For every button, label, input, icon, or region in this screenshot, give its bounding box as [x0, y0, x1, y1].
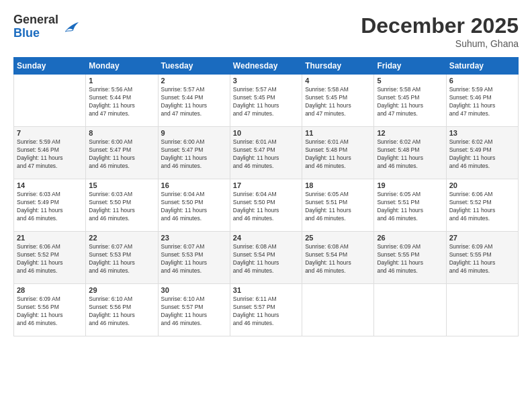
calendar-cell: 6Sunrise: 5:59 AM Sunset: 5:46 PM Daylig…: [446, 75, 518, 127]
day-number: 12: [377, 129, 443, 137]
day-number: 9: [161, 129, 227, 137]
day-number: 21: [17, 234, 83, 242]
day-number: 25: [305, 234, 371, 242]
calendar-cell: 29Sunrise: 6:10 AM Sunset: 5:56 PM Dayli…: [86, 284, 158, 336]
day-number: 27: [449, 234, 515, 242]
calendar-day-header: Monday: [86, 58, 158, 75]
calendar-day-header: Thursday: [302, 58, 374, 75]
calendar-cell: 5Sunrise: 5:58 AM Sunset: 5:45 PM Daylig…: [374, 75, 446, 127]
day-info: Sunrise: 6:08 AM Sunset: 5:54 PM Dayligh…: [233, 243, 299, 275]
day-info: Sunrise: 6:11 AM Sunset: 5:57 PM Dayligh…: [233, 295, 299, 328]
calendar-cell: 21Sunrise: 6:06 AM Sunset: 5:52 PM Dayli…: [14, 232, 86, 284]
calendar-table: SundayMondayTuesdayWednesdayThursdayFrid…: [13, 57, 519, 336]
calendar-cell: [302, 284, 374, 336]
day-info: Sunrise: 6:02 AM Sunset: 5:49 PM Dayligh…: [449, 138, 515, 171]
calendar-cell: 25Sunrise: 6:08 AM Sunset: 5:54 PM Dayli…: [302, 232, 374, 284]
calendar-cell: 15Sunrise: 6:03 AM Sunset: 5:50 PM Dayli…: [86, 179, 158, 232]
calendar-cell: 11Sunrise: 6:01 AM Sunset: 5:48 PM Dayli…: [302, 127, 374, 179]
day-info: Sunrise: 6:02 AM Sunset: 5:48 PM Dayligh…: [377, 138, 443, 171]
day-info: Sunrise: 5:57 AM Sunset: 5:45 PM Dayligh…: [233, 86, 299, 118]
day-info: Sunrise: 5:57 AM Sunset: 5:44 PM Dayligh…: [161, 86, 227, 118]
day-number: 3: [233, 77, 299, 85]
calendar-cell: 18Sunrise: 6:05 AM Sunset: 5:51 PM Dayli…: [302, 179, 374, 232]
header: General Blue December 2025 Suhum, Ghana: [13, 13, 519, 49]
calendar-cell: 31Sunrise: 6:11 AM Sunset: 5:57 PM Dayli…: [230, 284, 302, 336]
day-number: 15: [89, 181, 154, 189]
day-info: Sunrise: 6:07 AM Sunset: 5:53 PM Dayligh…: [89, 243, 154, 275]
calendar-day-header: Tuesday: [158, 58, 230, 75]
day-number: 28: [17, 286, 83, 294]
day-number: 10: [233, 129, 299, 137]
calendar-cell: 17Sunrise: 6:04 AM Sunset: 5:50 PM Dayli…: [230, 179, 302, 232]
day-number: 2: [161, 77, 227, 85]
calendar-cell: 24Sunrise: 6:08 AM Sunset: 5:54 PM Dayli…: [230, 232, 302, 284]
calendar-cell: 22Sunrise: 6:07 AM Sunset: 5:53 PM Dayli…: [86, 232, 158, 284]
calendar-day-header: Sunday: [14, 58, 86, 75]
logo: General Blue: [13, 13, 80, 40]
calendar-cell: 30Sunrise: 6:10 AM Sunset: 5:57 PM Dayli…: [158, 284, 230, 336]
day-info: Sunrise: 6:01 AM Sunset: 5:47 PM Dayligh…: [233, 138, 299, 171]
day-info: Sunrise: 5:59 AM Sunset: 5:46 PM Dayligh…: [449, 86, 515, 118]
day-number: 24: [233, 234, 299, 242]
calendar-week-row: 1Sunrise: 5:56 AM Sunset: 5:44 PM Daylig…: [14, 75, 519, 127]
day-info: Sunrise: 6:01 AM Sunset: 5:48 PM Dayligh…: [305, 138, 371, 171]
day-number: 7: [17, 129, 83, 137]
day-info: Sunrise: 6:09 AM Sunset: 5:56 PM Dayligh…: [17, 295, 83, 328]
day-info: Sunrise: 6:05 AM Sunset: 5:51 PM Dayligh…: [377, 191, 443, 223]
day-number: 19: [377, 181, 443, 189]
day-number: 20: [449, 181, 515, 189]
day-info: Sunrise: 6:07 AM Sunset: 5:53 PM Dayligh…: [161, 243, 227, 275]
calendar-cell: [374, 284, 446, 336]
day-number: 8: [89, 129, 154, 137]
logo-bird-icon: [60, 17, 80, 37]
calendar-cell: [446, 284, 518, 336]
day-info: Sunrise: 6:04 AM Sunset: 5:50 PM Dayligh…: [161, 191, 227, 223]
page: General Blue December 2025 Suhum, Ghana …: [0, 0, 532, 411]
day-info: Sunrise: 5:58 AM Sunset: 5:45 PM Dayligh…: [377, 86, 443, 118]
day-number: 4: [305, 77, 371, 85]
day-number: 5: [377, 77, 443, 85]
day-info: Sunrise: 5:56 AM Sunset: 5:44 PM Dayligh…: [89, 86, 154, 118]
calendar-cell: 13Sunrise: 6:02 AM Sunset: 5:49 PM Dayli…: [446, 127, 518, 179]
title-block: December 2025 Suhum, Ghana: [361, 13, 519, 49]
day-info: Sunrise: 6:09 AM Sunset: 5:55 PM Dayligh…: [377, 243, 443, 275]
day-info: Sunrise: 6:06 AM Sunset: 5:52 PM Dayligh…: [449, 191, 515, 223]
calendar-cell: 19Sunrise: 6:05 AM Sunset: 5:51 PM Dayli…: [374, 179, 446, 232]
day-info: Sunrise: 6:03 AM Sunset: 5:49 PM Dayligh…: [17, 191, 83, 223]
day-info: Sunrise: 5:59 AM Sunset: 5:46 PM Dayligh…: [17, 138, 83, 171]
day-number: 11: [305, 129, 371, 137]
day-info: Sunrise: 6:00 AM Sunset: 5:47 PM Dayligh…: [161, 138, 227, 171]
day-number: 16: [161, 181, 227, 189]
calendar-cell: 20Sunrise: 6:06 AM Sunset: 5:52 PM Dayli…: [446, 179, 518, 232]
day-info: Sunrise: 6:05 AM Sunset: 5:51 PM Dayligh…: [305, 191, 371, 223]
calendar-cell: 4Sunrise: 5:58 AM Sunset: 5:45 PM Daylig…: [302, 75, 374, 127]
calendar-cell: 14Sunrise: 6:03 AM Sunset: 5:49 PM Dayli…: [14, 179, 86, 232]
day-number: 18: [305, 181, 371, 189]
calendar-cell: 8Sunrise: 6:00 AM Sunset: 5:47 PM Daylig…: [86, 127, 158, 179]
day-info: Sunrise: 6:04 AM Sunset: 5:50 PM Dayligh…: [233, 191, 299, 223]
logo-text: General Blue: [13, 13, 58, 40]
day-info: Sunrise: 6:06 AM Sunset: 5:52 PM Dayligh…: [17, 243, 83, 275]
day-number: 26: [377, 234, 443, 242]
day-info: Sunrise: 6:10 AM Sunset: 5:57 PM Dayligh…: [161, 295, 227, 328]
day-info: Sunrise: 6:10 AM Sunset: 5:56 PM Dayligh…: [89, 295, 154, 328]
day-number: 6: [449, 77, 515, 85]
calendar-cell: 1Sunrise: 5:56 AM Sunset: 5:44 PM Daylig…: [86, 75, 158, 127]
calendar-cell: 28Sunrise: 6:09 AM Sunset: 5:56 PM Dayli…: [14, 284, 86, 336]
day-number: 23: [161, 234, 227, 242]
calendar-cell: 7Sunrise: 5:59 AM Sunset: 5:46 PM Daylig…: [14, 127, 86, 179]
calendar-cell: 12Sunrise: 6:02 AM Sunset: 5:48 PM Dayli…: [374, 127, 446, 179]
calendar-cell: 26Sunrise: 6:09 AM Sunset: 5:55 PM Dayli…: [374, 232, 446, 284]
calendar-day-header: Wednesday: [230, 58, 302, 75]
calendar-day-header: Friday: [374, 58, 446, 75]
day-number: 31: [233, 286, 299, 294]
calendar-cell: 3Sunrise: 5:57 AM Sunset: 5:45 PM Daylig…: [230, 75, 302, 127]
day-info: Sunrise: 6:03 AM Sunset: 5:50 PM Dayligh…: [89, 191, 154, 223]
calendar-cell: 9Sunrise: 6:00 AM Sunset: 5:47 PM Daylig…: [158, 127, 230, 179]
calendar-day-header: Saturday: [446, 58, 518, 75]
day-info: Sunrise: 5:58 AM Sunset: 5:45 PM Dayligh…: [305, 86, 371, 118]
day-info: Sunrise: 6:00 AM Sunset: 5:47 PM Dayligh…: [89, 138, 154, 171]
calendar-week-row: 7Sunrise: 5:59 AM Sunset: 5:46 PM Daylig…: [14, 127, 519, 179]
calendar-cell: 27Sunrise: 6:09 AM Sunset: 5:55 PM Dayli…: [446, 232, 518, 284]
calendar-week-row: 21Sunrise: 6:06 AM Sunset: 5:52 PM Dayli…: [14, 232, 519, 284]
